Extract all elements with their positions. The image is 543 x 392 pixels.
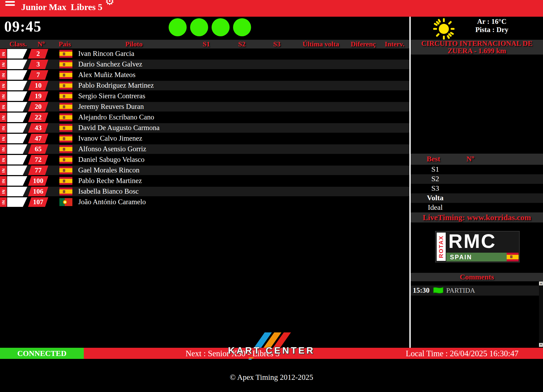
- table-row[interactable]: IN2Ivan Rincon Garcia: [0, 49, 409, 59]
- copyright-text: © Apex Timing 2012-2025: [230, 373, 313, 382]
- table-row[interactable]: IN72Daniel Sabugo Velasco: [0, 155, 409, 164]
- table-row[interactable]: IN19Sergio Sierra Contreras: [0, 91, 409, 101]
- column-header: Diferenç: [351, 40, 376, 48]
- es-flag-icon: [59, 166, 72, 174]
- column-header: Pais: [59, 40, 71, 48]
- es-flag-icon: [59, 188, 72, 195]
- kart-number: 22: [28, 113, 48, 122]
- weather-info: Ar : 16°C Pista : Dry: [464, 17, 520, 34]
- kart-number: 3: [28, 60, 48, 69]
- table-row[interactable]: IN107João António Caramelo: [0, 197, 409, 207]
- es-flag-icon: [59, 156, 72, 164]
- rmc-wordmark: RMC: [448, 230, 496, 252]
- best-row: S3: [411, 184, 543, 193]
- status-badge: IN: [0, 60, 7, 69]
- pilot-name: David De Augusto Carmona: [78, 124, 160, 132]
- kart-number: 10: [28, 81, 48, 90]
- comment-time: 15:30: [413, 286, 430, 295]
- pilot-name: Ivanov Calvo Jimenez: [78, 134, 142, 142]
- top-bar: Junior Max Libres 5 ⚙: [0, 0, 543, 17]
- best-row-label: S1: [411, 165, 460, 173]
- column-header: S2: [238, 40, 245, 48]
- scroll-up-button[interactable]: ▲: [539, 282, 543, 286]
- category-title: Junior Max: [21, 2, 66, 12]
- circuit-name-line1: CIRCUITO INTERNACIONAL DE: [421, 39, 533, 47]
- circuit-name: CIRCUITO INTERNACIONAL DE ZUERA - 1.699 …: [411, 40, 543, 55]
- es-flag-icon: [59, 103, 72, 111]
- es-flag-icon: [59, 71, 72, 79]
- kart-number: 19: [28, 91, 48, 101]
- timing-table-header: Class.NºPaisPilotoS1S2S3Última voltaDife…: [0, 40, 409, 48]
- es-flag-icon: [59, 82, 72, 90]
- es-flag-icon: [59, 145, 72, 153]
- table-row[interactable]: IN106Isabella Bianco Bosc: [0, 187, 409, 196]
- table-row[interactable]: IN65Alfonso Asensio Gorriz: [0, 144, 409, 154]
- es-flag-icon: [59, 135, 72, 142]
- gear-icon[interactable]: ⚙: [105, 0, 115, 6]
- es-flag-icon: [59, 92, 72, 100]
- best-row: Volta: [411, 193, 543, 203]
- track-condition: Pista : Dry: [464, 26, 520, 34]
- table-row[interactable]: IN20Jeremy Reuvers Duran: [0, 102, 409, 112]
- status-badge: IN: [0, 102, 7, 112]
- kart-number: 65: [28, 144, 48, 154]
- table-row[interactable]: IN47Ivanov Calvo Jimenez: [0, 134, 409, 143]
- pilot-name: Daniel Sabugo Velasco: [78, 155, 144, 164]
- best-row-label: S3: [411, 184, 460, 193]
- menu-icon[interactable]: [5, 0, 15, 7]
- class-cell: [7, 187, 27, 196]
- spain-flag-icon: [507, 253, 519, 261]
- class-cell: [7, 134, 27, 143]
- rmc-spain-band: SPAIN: [446, 253, 519, 261]
- green-flag-icon: [433, 287, 444, 296]
- start-light: [212, 18, 230, 36]
- comment-text: PARTIDA: [446, 287, 475, 295]
- scroll-down-button[interactable]: ▼: [539, 343, 543, 347]
- status-badge: IN: [0, 166, 7, 175]
- table-row[interactable]: IN100Pablo Reche Martinez: [0, 176, 409, 186]
- kart-number: 107: [28, 197, 48, 207]
- kart-number: 106: [28, 187, 48, 196]
- table-row[interactable]: IN3Dario Sanchez Galvez: [0, 60, 409, 69]
- pilot-name: Isabella Bianco Bosc: [78, 187, 139, 195]
- kart-number: 77: [28, 166, 48, 175]
- table-row[interactable]: IN77Gael Morales Rincon: [0, 166, 409, 175]
- table-row[interactable]: IN43David De Augusto Carmona: [0, 123, 409, 133]
- status-badge: IN: [0, 187, 7, 196]
- start-light: [233, 18, 251, 36]
- kart-number: 2: [28, 49, 48, 59]
- status-badge: IN: [0, 197, 7, 207]
- class-cell: [7, 70, 27, 80]
- best-number-col: Nº: [466, 155, 474, 163]
- livetiming-link[interactable]: LiveTiming: www.korridas.com: [423, 213, 531, 222]
- status-badge: IN: [0, 70, 7, 80]
- column-header: Piloto: [125, 40, 143, 48]
- es-flag-icon: [59, 124, 72, 132]
- pilot-name: Gael Morales Rincon: [78, 166, 139, 174]
- comments-scrollbar-track[interactable]: [539, 286, 543, 343]
- pilot-name: Alfonso Asensio Gorriz: [78, 145, 146, 153]
- best-row-label: Volta: [411, 194, 460, 202]
- table-row[interactable]: IN10Pablo Rodriguez Martinez: [0, 81, 409, 90]
- best-title: Best: [427, 155, 440, 163]
- column-header: Interv.: [385, 40, 404, 48]
- status-badge: IN: [0, 81, 7, 90]
- rotax-wordmark: ROTAX: [437, 233, 446, 261]
- kart-number: 100: [28, 176, 48, 186]
- kart-number: 7: [28, 70, 48, 80]
- class-cell: [7, 102, 27, 112]
- es-flag-icon: [59, 113, 72, 121]
- class-cell: [7, 166, 27, 175]
- column-header: S1: [203, 40, 210, 48]
- status-badge: IN: [0, 155, 7, 164]
- class-cell: [7, 81, 27, 90]
- table-row[interactable]: IN7Alex Muñiz Mateos: [0, 70, 409, 80]
- table-row[interactable]: IN22Alejandro Escribano Cano: [0, 113, 409, 122]
- session-clock: 09:45: [4, 18, 42, 35]
- es-flag-icon: [59, 60, 72, 68]
- best-panel-header: Best Nº: [411, 154, 543, 165]
- livetiming-band: LiveTiming: www.korridas.com: [411, 212, 543, 222]
- kart-center-mini-stripes: [249, 357, 253, 360]
- column-header: Nº: [37, 40, 45, 48]
- circuit-name-line2: ZUERA - 1.699 km: [448, 47, 506, 55]
